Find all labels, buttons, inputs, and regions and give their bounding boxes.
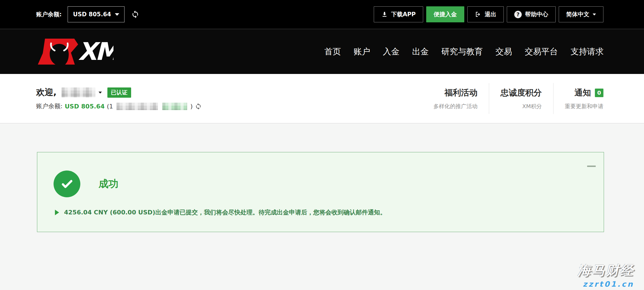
- account-number-blurred: [116, 103, 158, 110]
- download-app-label: 下载APP: [391, 10, 416, 18]
- collapse-dash-icon[interactable]: [587, 166, 596, 167]
- success-alert-panel: 成功 4256.04 CNY (600.00 USD)出金申请已提交，我们将会尽…: [37, 152, 604, 232]
- success-message: 4256.04 CNY (600.00 USD)出金申请已提交，我们将会尽快处理…: [64, 208, 386, 217]
- logout-icon: [475, 11, 481, 18]
- help-center-button[interactable]: ? 帮助中心: [507, 6, 556, 22]
- notifications-label: 通知: [574, 87, 591, 99]
- welcome-line: 欢迎, 已认证: [36, 87, 202, 98]
- chevron-down-icon: [593, 14, 596, 15]
- chevron-down-icon: [115, 13, 119, 16]
- nav-item-research-education[interactable]: 研究与教育: [441, 46, 483, 57]
- logout-button[interactable]: 退出: [467, 6, 504, 22]
- loyalty-subtitle: XM积分: [522, 103, 542, 110]
- nav-item-home[interactable]: 首页: [324, 46, 341, 57]
- welcome-info: 欢迎, 已认证 账户余额: USD 805.64 (1): [36, 87, 202, 110]
- topbar-actions: 下载APP 便捷入金 退出 ? 帮助中心 简体中文: [374, 6, 603, 22]
- loyalty-title: 忠诚度积分: [500, 87, 542, 99]
- watermark-url: zzrt01.cn: [578, 280, 634, 288]
- account-number-close: ): [190, 103, 193, 110]
- watermark-brand: 海马财经: [578, 262, 634, 279]
- nav-item-trading[interactable]: 交易: [495, 46, 512, 57]
- language-label: 简体中文: [566, 10, 589, 18]
- success-header: 成功: [54, 171, 118, 197]
- quick-deposit-button[interactable]: 便捷入金: [426, 6, 464, 22]
- balance-area: 账户余额: USD 805.64: [36, 6, 139, 22]
- download-app-button[interactable]: 下载APP: [374, 6, 423, 22]
- right-triangle-icon: [55, 210, 59, 215]
- notifications-subtitle: 重要更新和申请: [565, 103, 603, 110]
- download-icon: [381, 11, 388, 18]
- page-content: 成功 4256.04 CNY (600.00 USD)出金申请已提交，我们将会尽…: [0, 123, 644, 290]
- success-message-row: 4256.04 CNY (600.00 USD)出金申请已提交，我们将会尽快处理…: [55, 208, 386, 217]
- promotions-subtitle: 多样化的推广活动: [433, 103, 478, 110]
- quick-link-notifications[interactable]: 通知 0 重要更新和申请: [553, 87, 603, 110]
- top-utility-bar: 账户余额: USD 805.64 下载APP 便捷入金 退出 ? 帮助中心: [0, 0, 644, 29]
- refresh-icon[interactable]: [131, 10, 139, 18]
- language-selector[interactable]: 简体中文: [559, 6, 603, 22]
- verified-badge: 已认证: [107, 87, 131, 98]
- balance-label: 账户余额:: [36, 102, 62, 110]
- chevron-down-icon[interactable]: [99, 92, 102, 94]
- quick-deposit-label: 便捷入金: [434, 10, 457, 18]
- account-type-blurred: [162, 103, 187, 110]
- question-icon: ?: [514, 11, 522, 18]
- balance-value: USD 805.64: [73, 11, 111, 18]
- account-balance-dropdown[interactable]: USD 805.64: [68, 6, 124, 22]
- greeting-text: 欢迎,: [36, 87, 57, 98]
- nav-item-support[interactable]: 支持请求: [571, 46, 604, 57]
- balance-line: 账户余额: USD 805.64 (1): [36, 102, 202, 110]
- balance-label: 账户余额:: [36, 10, 62, 18]
- nav-item-account[interactable]: 账户: [354, 46, 370, 57]
- watermark: 海马财经 zzrt01.cn: [578, 262, 634, 288]
- nav-item-platforms[interactable]: 交易平台: [525, 46, 558, 57]
- success-check-icon: [54, 171, 80, 197]
- balance-value: USD 805.64: [65, 103, 105, 110]
- success-title: 成功: [99, 177, 118, 191]
- quick-link-promotions[interactable]: 福利活动 多样化的推广活动: [422, 87, 489, 110]
- quick-link-loyalty[interactable]: 忠诚度积分 XM积分: [489, 87, 553, 110]
- account-number-open: (1: [107, 103, 113, 110]
- xm-logo[interactable]: XM: [36, 37, 113, 66]
- account-name-blurred: [62, 87, 95, 97]
- logout-label: 退出: [485, 10, 496, 18]
- nav-item-deposit[interactable]: 入金: [383, 46, 399, 57]
- nav-menu: 首页 账户 入金 出金 研究与教育 交易 交易平台 支持请求: [324, 46, 604, 57]
- welcome-strip: 欢迎, 已认证 账户余额: USD 805.64 (1) 福利活动 多样化的推广…: [0, 74, 644, 123]
- nav-item-withdraw[interactable]: 出金: [412, 46, 429, 57]
- notification-count-badge: 0: [595, 89, 603, 97]
- promotions-title: 福利活动: [444, 87, 478, 99]
- main-navbar: XM 首页 账户 入金 出金 研究与教育 交易 交易平台 支持请求: [0, 29, 644, 74]
- refresh-balance-icon[interactable]: [195, 103, 202, 110]
- logo-text: XM: [78, 37, 113, 66]
- quick-links: 福利活动 多样化的推广活动 忠诚度积分 XM积分 通知 0 重要更新和申请: [422, 83, 603, 114]
- notifications-title: 通知 0: [574, 87, 603, 99]
- xm-bull-logo-graphic: XM: [36, 37, 113, 66]
- help-center-label: 帮助中心: [525, 10, 548, 18]
